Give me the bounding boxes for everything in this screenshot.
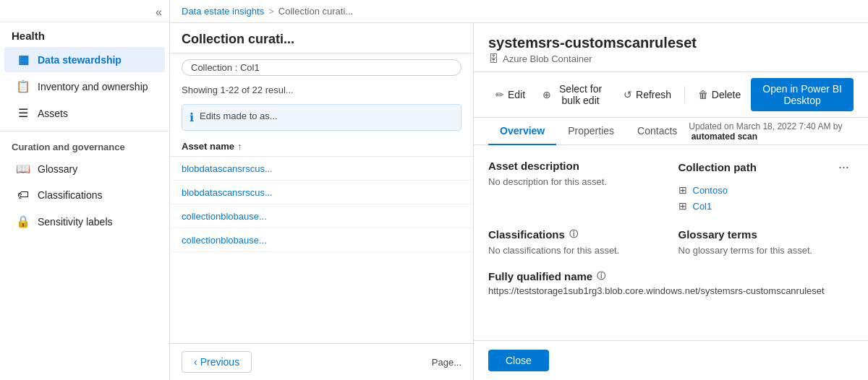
detail-footer: Close	[474, 340, 868, 380]
open-powerbi-button[interactable]: Open in Power BI Desktop	[751, 78, 854, 111]
collection-icon-0: ⊞	[678, 184, 687, 196]
classifications-value: No classifications for this asset.	[488, 245, 664, 256]
collection-badge[interactable]: Collection : Col1	[182, 59, 461, 76]
fqn-value: https://teststorage1sub1rg3.blob.core.wi…	[488, 285, 854, 296]
bulk-edit-label: Select for bulk edit	[555, 83, 606, 106]
classifications-title: Classifications ⓘ	[488, 228, 664, 241]
collection-path-link-1[interactable]: Col1	[693, 201, 712, 212]
breadcrumb-link[interactable]: Data estate insights	[182, 6, 264, 17]
fqn-title: Fully qualified name ⓘ	[488, 270, 854, 282]
curation-header: Curation and governance	[0, 136, 169, 155]
content-area: Collection curati... Collection : Col1 S…	[170, 23, 868, 380]
detail-panel: systemsrs-customscanruleset 🗄 Azure Blob…	[474, 23, 868, 380]
asset-description-section: Asset description No description for thi…	[488, 160, 664, 214]
results-count: Showing 1-22 of 22 resul...	[170, 82, 473, 98]
sidebar-item-classifications[interactable]: 🏷 Classifications	[4, 183, 165, 207]
list-panel: Collection curati... Collection : Col1 S…	[170, 23, 474, 380]
classifications-section: Classifications ⓘ No classifications for…	[488, 228, 664, 256]
updated-text: Updated on March 18, 2022 7:40 AM by aut…	[689, 121, 854, 142]
list-items: blobdatascansrscus... blobdatascansrscus…	[170, 157, 473, 343]
sidebar-divider	[0, 131, 169, 131]
sidebar-item-label: Data stewardship	[38, 54, 122, 66]
sidebar-collapse[interactable]: «	[0, 0, 169, 22]
list-item[interactable]: blobdatascansrscus...	[170, 157, 473, 181]
detail-body: Asset description No description for thi…	[474, 145, 868, 340]
detail-header: systemsrs-customscanruleset 🗄 Azure Blob…	[474, 23, 868, 72]
sidebar-item-label: Sensitivity labels	[38, 216, 113, 228]
close-button[interactable]: Close	[488, 350, 549, 371]
sidebar-item-data-stewardship[interactable]: ▦ Data stewardship	[4, 47, 165, 72]
prev-label: Previous	[200, 356, 239, 368]
collection-path-label: Collection path	[678, 161, 757, 173]
delete-label: Delete	[712, 89, 741, 100]
action-toolbar: ✏ Edit ⊕ Select for bulk edit ↺ Refresh …	[474, 72, 868, 118]
refresh-icon: ↺	[624, 89, 632, 100]
collection-icon-1: ⊞	[678, 200, 687, 212]
glossary-icon: 📖	[16, 162, 30, 176]
column-header[interactable]: Asset name ↑	[170, 137, 473, 157]
glossary-title: Glossary terms	[678, 228, 854, 241]
column-label: Asset name	[182, 141, 234, 152]
sidebar-item-label: Classifications	[38, 189, 102, 201]
list-item[interactable]: collectionblobause...	[170, 204, 473, 228]
edit-button[interactable]: ✏ Edit	[488, 85, 532, 104]
sidebar-item-label: Glossary	[38, 163, 77, 175]
assets-icon: ☰	[16, 106, 30, 120]
detail-subtitle: 🗄 Azure Blob Container	[488, 53, 854, 64]
sidebar-item-label: Inventory and ownership	[38, 81, 148, 92]
tab-contacts[interactable]: Contacts	[626, 118, 689, 145]
classifications-icon: 🏷	[16, 189, 30, 202]
main-content: Data estate insights > Collection curati…	[170, 0, 868, 380]
delete-icon: 🗑	[698, 89, 708, 100]
bulk-edit-button[interactable]: ⊕ Select for bulk edit	[535, 79, 613, 110]
tabs-left: Overview Properties Contacts	[488, 118, 689, 144]
collection-path-title: Collection path ···	[678, 160, 854, 175]
list-item-link[interactable]: blobdatascansrscus...	[182, 163, 273, 174]
delete-button[interactable]: 🗑 Delete	[691, 85, 748, 104]
list-item-link[interactable]: collectionblobause...	[182, 235, 267, 246]
updated-by: automated scan	[692, 131, 757, 142]
list-item[interactable]: blobdatascansrscus...	[170, 181, 473, 204]
asset-description-value: No description for this asset.	[488, 176, 664, 187]
collection-path-more-button[interactable]: ···	[834, 160, 854, 175]
fqn-label: Fully qualified name	[488, 270, 592, 282]
list-panel-footer: ‹ Previous Page...	[170, 343, 473, 380]
bulk-edit-icon: ⊕	[542, 89, 551, 100]
glossary-value: No glossary terms for this asset.	[678, 245, 854, 256]
collection-path-item-1: ⊞ Col1	[678, 198, 854, 214]
fqn-section: Fully qualified name ⓘ https://teststora…	[488, 270, 854, 296]
refresh-label: Refresh	[636, 89, 671, 100]
tab-properties[interactable]: Properties	[556, 118, 626, 145]
edit-icon: ✏	[495, 89, 504, 100]
sidebar-item-glossary[interactable]: 📖 Glossary	[4, 156, 165, 181]
list-item-link[interactable]: collectionblobause...	[182, 211, 267, 222]
edit-label: Edit	[508, 89, 525, 100]
previous-button[interactable]: ‹ Previous	[182, 351, 252, 373]
collection-path-link-0[interactable]: Contoso	[693, 185, 728, 196]
detail-subtitle-text: Azure Blob Container	[503, 53, 592, 64]
collection-path-section: Collection path ··· ⊞ Contoso ⊞ Col1	[678, 160, 854, 214]
sidebar-item-inventory[interactable]: 📋 Inventory and ownership	[4, 74, 165, 99]
info-icon: ℹ	[190, 111, 194, 124]
inventory-icon: 📋	[16, 79, 30, 93]
sidebar: « Health ▦ Data stewardship 📋 Inventory …	[0, 0, 170, 380]
tab-overview[interactable]: Overview	[488, 118, 556, 145]
sensitivity-labels-icon: 🔒	[16, 215, 30, 228]
chevron-left-icon: ‹	[194, 356, 197, 368]
health-header: Health	[0, 22, 169, 46]
sidebar-item-assets[interactable]: ☰ Assets	[4, 100, 165, 126]
sidebar-item-sensitivity-labels[interactable]: 🔒 Sensitivity labels	[4, 209, 165, 234]
breadcrumb-sep: >	[268, 6, 274, 17]
asset-description-title: Asset description	[488, 160, 664, 172]
info-banner: ℹ Edits made to as...	[182, 104, 461, 131]
list-item-link[interactable]: blobdatascansrscus...	[182, 187, 273, 198]
list-panel-header: Collection curati...	[170, 23, 473, 53]
blob-container-icon: 🗄	[488, 53, 498, 64]
list-item[interactable]: collectionblobause...	[170, 228, 473, 252]
glossary-section: Glossary terms No glossary terms for thi…	[678, 228, 854, 256]
tabs-bar: Overview Properties Contacts Updated on …	[474, 118, 868, 145]
data-stewardship-icon: ▦	[16, 53, 30, 66]
refresh-button[interactable]: ↺ Refresh	[616, 85, 678, 104]
collection-path-item-0: ⊞ Contoso	[678, 182, 854, 198]
collapse-icon[interactable]: «	[156, 6, 162, 19]
